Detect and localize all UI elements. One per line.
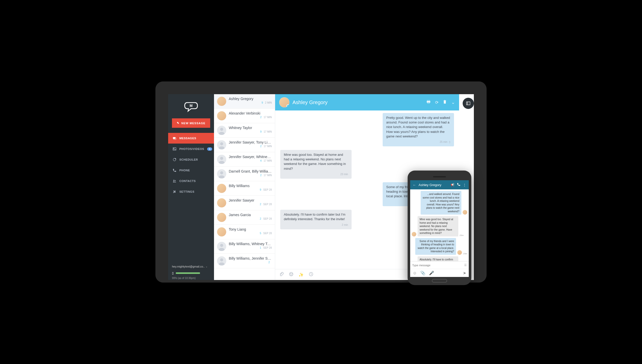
- nav-item-phone[interactable]: PHONE: [168, 165, 214, 176]
- avatar: [217, 184, 226, 193]
- svg-point-17: [220, 171, 223, 174]
- message-count: 4: [260, 159, 262, 162]
- emoji-icon[interactable]: [289, 272, 293, 277]
- device-icon: ▯: [449, 140, 450, 144]
- phone-bubble: Mine was good too. Stayed at home and ha…: [418, 216, 458, 236]
- avatar: [217, 111, 226, 120]
- refresh-icon[interactable]: ⟳: [435, 100, 438, 105]
- schedule-icon[interactable]: [309, 272, 313, 277]
- back-icon[interactable]: ←: [413, 183, 416, 187]
- battery-text: 99% (as of 10:36pm): [168, 276, 214, 280]
- svg-rect-27: [444, 100, 445, 101]
- message-time: 23 min: [340, 173, 348, 176]
- chat-actions: ⟳ ⌄: [426, 100, 455, 105]
- magic-icon[interactable]: ✨: [299, 272, 304, 277]
- conversation-name: James Garcia: [229, 213, 272, 217]
- sidebar: M ✎ NEW MESSAGE MESSAGESPHOTOS/VIDEOS1SC…: [168, 94, 214, 280]
- send-icon[interactable]: ➤: [463, 271, 466, 275]
- avatar: [217, 169, 226, 178]
- conversation-item[interactable]: Tony Liang5SEP 28: [214, 225, 275, 239]
- logo-icon: M: [183, 101, 199, 113]
- template-icon[interactable]: ☰: [464, 263, 467, 267]
- conversation-item[interactable]: Ashley Gregory92 MIN: [214, 94, 275, 109]
- app-logo: M: [168, 94, 214, 118]
- conversation-name: Billy Williams, Whitney Taylor: [229, 242, 272, 246]
- nav-item-contacts[interactable]: CONTACTS: [168, 176, 214, 186]
- new-message-label: NEW MESSAGE: [181, 122, 206, 125]
- message-time: 25 min: [440, 140, 447, 144]
- svg-point-35: [467, 103, 467, 103]
- message-bubble: Absolutely. I'll have to confirm later b…: [280, 210, 352, 229]
- conversation-item[interactable]: Jennifer Sawyer, Whitney Taylor417 MIN: [214, 152, 275, 167]
- nav-item-scheduler[interactable]: SCHEDULER: [168, 154, 214, 165]
- conversation-item[interactable]: Whitney Taylor917 MIN: [214, 123, 275, 138]
- nav-label: CONTACTS: [179, 179, 196, 183]
- phone-emoji-icon[interactable]: ☺: [413, 271, 417, 275]
- svg-point-15: [220, 157, 223, 160]
- conversation-name: Billy Williams, Jennifer Sawyer: [229, 256, 272, 260]
- message-time: 2 min: [342, 223, 348, 227]
- message-text: Mine was good too. Stayed at home and ha…: [284, 152, 348, 171]
- phone-message-row: ...and walked around. Found some cool st…: [412, 191, 467, 215]
- message-text: Absolutely. I'll have to confirm later b…: [284, 212, 348, 221]
- message-row: Pretty good. Went up to the city and wal…: [280, 113, 454, 146]
- conversation-time: 17 MIN: [264, 174, 272, 177]
- svg-rect-22: [427, 100, 430, 101]
- conversation-item[interactable]: Billy Williams, Whitney Taylor1SEP 28: [214, 239, 275, 254]
- conversation-item[interactable]: James Garcia2SEP 28: [214, 210, 275, 225]
- avatar: [217, 256, 226, 265]
- conversation-item[interactable]: Jennifer Sawyer, Tony Liang217 MIN: [214, 138, 275, 152]
- more-icon[interactable]: ⋮: [463, 183, 466, 187]
- conversation-item[interactable]: Jennifer Sawyer2SEP 28: [214, 196, 275, 210]
- chat-avatar: ⟳: [279, 97, 289, 107]
- nav-item-settings[interactable]: SETTINGS: [168, 186, 214, 197]
- new-message-button[interactable]: ✎ NEW MESSAGE: [172, 118, 210, 128]
- conversation-name: Tony Liang: [229, 227, 272, 231]
- chat-title: Ashley Gregory: [292, 100, 423, 105]
- sidebar-toggle-fab[interactable]: [463, 98, 474, 109]
- avatar: [217, 213, 226, 222]
- nav-item-messages[interactable]: MESSAGES: [168, 133, 214, 144]
- conversation-name: Billy Williams: [229, 184, 272, 188]
- phone-attach-icon[interactable]: 📎: [420, 271, 425, 275]
- contacts-icon: [173, 179, 176, 183]
- home-button[interactable]: [432, 279, 447, 283]
- print-icon[interactable]: [426, 100, 431, 105]
- conversation-time: 17 MIN: [264, 159, 272, 162]
- sync-icon: ⟳: [286, 104, 289, 107]
- compose-icon: ✎: [177, 121, 179, 125]
- conversation-item[interactable]: Alexander Verbinski217 MIN: [214, 109, 275, 123]
- conversation-item[interactable]: Darnell Grant, Billy Williams217 MIN: [214, 167, 275, 181]
- trash-icon[interactable]: [443, 100, 447, 105]
- nav-item-photos[interactable]: PHOTOS/VIDEOS1: [168, 144, 214, 154]
- phone-message-row: Mine was good too. Stayed at home and ha…: [412, 216, 467, 236]
- chevron-down-icon[interactable]: ⌄: [451, 100, 455, 105]
- conversation-time: SEP 28: [263, 203, 272, 206]
- phone-mic-icon[interactable]: 🎤: [429, 271, 434, 275]
- conversation-time: 2 MIN: [265, 101, 272, 104]
- phone-msg-time: 23m: [460, 234, 464, 236]
- message-count: 9: [260, 188, 261, 191]
- conversation-item[interactable]: Billy Williams, Jennifer Sawyer2: [214, 254, 275, 268]
- avatar: [217, 140, 226, 149]
- phone-chat-title: Ashley Gregory: [419, 183, 448, 187]
- phone-message-input[interactable]: [412, 264, 464, 267]
- attach-icon[interactable]: [279, 272, 284, 277]
- account-email[interactable]: hey.mightytext@gmail.co.. ⌄: [168, 261, 214, 270]
- svg-point-11: [220, 128, 223, 131]
- nav-label: MESSAGES: [179, 137, 196, 140]
- svg-point-4: [173, 148, 174, 149]
- laptop-frame: M ✎ NEW MESSAGE MESSAGESPHOTOS/VIDEOS1SC…: [155, 81, 487, 283]
- message-count: 2: [260, 174, 262, 177]
- message-count: 5: [260, 232, 261, 235]
- call-icon[interactable]: [457, 183, 460, 187]
- conversation-item[interactable]: Billy Williams9SEP 28: [214, 181, 275, 196]
- conversation-name: Ashley Gregory: [229, 97, 272, 101]
- conversation-name: Jennifer Sawyer, Tony Liang: [229, 140, 272, 144]
- conversation-name: Jennifer Sawyer: [229, 198, 272, 202]
- announce-icon[interactable]: 📢: [451, 183, 454, 187]
- phone-input-row: ☰: [410, 261, 469, 269]
- conversation-time: 17 MIN: [264, 130, 272, 133]
- svg-point-19: [220, 244, 223, 247]
- conversation-name: Jennifer Sawyer, Whitney Taylor: [229, 155, 272, 159]
